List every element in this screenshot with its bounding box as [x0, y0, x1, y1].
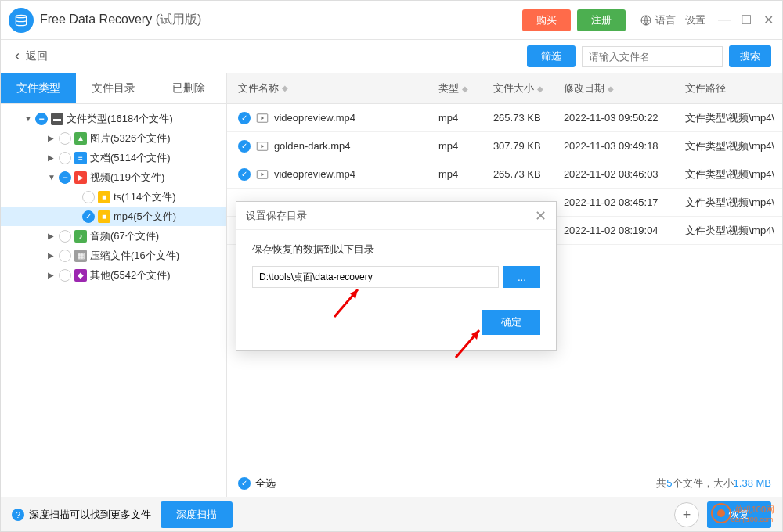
- chevron-down-icon[interactable]: ▼: [24, 114, 34, 123]
- col-path[interactable]: 文件路径: [685, 81, 782, 95]
- save-dir-dialog: 设置保存目录 ✕ 保存恢复的数据到以下目录 ... 确定: [236, 201, 557, 351]
- sort-icon: ◆: [282, 84, 288, 92]
- settings-button[interactable]: 设置: [685, 13, 705, 27]
- tree-check[interactable]: [59, 230, 71, 243]
- register-button[interactable]: 注册: [577, 9, 626, 31]
- video-file-icon: [255, 139, 269, 153]
- video-file-icon: [255, 111, 269, 125]
- search-input[interactable]: [582, 46, 723, 67]
- folder-icon: ■: [98, 191, 110, 203]
- status-bar: 全选 共5个文件，大小1.38 MB: [227, 469, 782, 497]
- maximize-icon[interactable]: ☐: [740, 13, 752, 27]
- folder-icon: ■: [98, 210, 110, 223]
- select-all-checkbox[interactable]: 全选: [238, 476, 276, 491]
- chevron-right-icon[interactable]: ▶: [48, 271, 57, 279]
- tree-check[interactable]: [59, 269, 71, 282]
- tree-node-other[interactable]: ▶◆其他(5542个文件): [1, 265, 226, 285]
- video-icon: ▶: [74, 171, 87, 184]
- deep-scan-button[interactable]: 深度扫描: [161, 501, 233, 528]
- chevron-right-icon[interactable]: ▶: [48, 232, 57, 240]
- close-icon[interactable]: ✕: [762, 13, 774, 27]
- table-header: 文件名称◆ 类型◆ 文件大小◆ 修改日期◆ 文件路径: [227, 73, 782, 104]
- col-date[interactable]: 修改日期◆: [564, 81, 685, 95]
- tree-node-pic[interactable]: ▶▲图片(5326个文件): [1, 128, 226, 148]
- back-button[interactable]: 返回: [12, 49, 48, 63]
- tree-check[interactable]: [82, 191, 95, 203]
- title-bar: Free Data Recovery (试用版) 购买 注册 语言 设置 — ☐…: [1, 1, 782, 40]
- browse-button[interactable]: ...: [503, 266, 540, 288]
- video-file-icon: [255, 167, 269, 182]
- buy-button[interactable]: 购买: [522, 9, 571, 31]
- audio-icon: ♪: [74, 230, 87, 243]
- table-row[interactable]: golden-dark.mp4mp4307.79 KB2022-11-03 09…: [227, 132, 782, 160]
- tree-check[interactable]: [59, 250, 71, 262]
- deep-scan-tip: 深度扫描可以找到更多文件: [29, 508, 151, 522]
- tree-check[interactable]: [59, 132, 71, 145]
- dialog-title: 设置保存目录: [246, 209, 307, 223]
- tab-file-type[interactable]: 文件类型: [1, 73, 76, 103]
- col-size[interactable]: 文件大小◆: [493, 81, 564, 95]
- col-type[interactable]: 类型◆: [438, 81, 493, 95]
- tree-node-video[interactable]: ▼▶视频(119个文件): [1, 167, 226, 187]
- app-logo-icon: [9, 8, 34, 33]
- table-row[interactable]: videopreview.mp4mp4265.73 KB2022-11-02 0…: [227, 160, 782, 189]
- disk-icon: ▬: [51, 113, 63, 125]
- tree-node-ts[interactable]: ■ts(114个文件): [1, 187, 226, 207]
- toolbar: 返回 筛选 搜索: [1, 40, 782, 73]
- archive-icon: ▦: [74, 250, 87, 262]
- minimize-icon[interactable]: —: [718, 13, 731, 27]
- tree-check[interactable]: [82, 210, 95, 223]
- tree-node-audio[interactable]: ▶♪音频(67个文件): [1, 226, 226, 246]
- bottom-bar: ? 深度扫描可以找到更多文件 深度扫描 + 恢复: [1, 497, 782, 532]
- tree-check[interactable]: [59, 171, 71, 184]
- row-check[interactable]: [238, 112, 251, 124]
- chevron-down-icon[interactable]: ▼: [48, 173, 57, 182]
- info-icon: ?: [12, 509, 24, 521]
- tree-node-root[interactable]: ▼▬文件类型(16184个文件): [1, 109, 226, 128]
- dialog-close-icon[interactable]: ✕: [535, 207, 547, 225]
- ok-button[interactable]: 确定: [482, 310, 540, 335]
- status-summary: 共5个文件，大小1.38 MB: [656, 476, 771, 491]
- search-button[interactable]: 搜索: [729, 45, 771, 67]
- filter-button[interactable]: 筛选: [527, 45, 576, 67]
- sort-icon: ◆: [608, 84, 614, 93]
- chevron-right-icon[interactable]: ▶: [48, 153, 57, 162]
- sidebar: 文件类型 文件目录 已删除 ▼▬文件类型(16184个文件) ▶▲图片(5326…: [1, 73, 227, 497]
- recover-button[interactable]: 恢复: [707, 501, 771, 528]
- document-icon: ≡: [74, 152, 87, 164]
- sort-icon: ◆: [462, 84, 468, 93]
- col-name[interactable]: 文件名称◆: [227, 81, 438, 95]
- sort-icon: ◆: [537, 84, 543, 93]
- tree-node-mp4[interactable]: ■mp4(5个文件): [1, 207, 226, 226]
- tab-file-dir[interactable]: 文件目录: [76, 73, 151, 103]
- image-icon: ▲: [74, 132, 87, 145]
- chevron-right-icon[interactable]: ▶: [48, 134, 57, 142]
- app-title: Free Data Recovery (试用版): [40, 12, 201, 28]
- row-check[interactable]: [238, 168, 251, 181]
- table-row[interactable]: videopreview.mp4mp4265.73 KB2022-11-03 0…: [227, 104, 782, 132]
- tab-deleted[interactable]: 已删除: [151, 73, 226, 103]
- other-icon: ◆: [74, 269, 87, 282]
- add-button[interactable]: +: [674, 502, 699, 527]
- tree-check[interactable]: [59, 152, 71, 164]
- row-check[interactable]: [238, 140, 251, 153]
- dialog-label: 保存恢复的数据到以下目录: [252, 243, 540, 257]
- tree-node-zip[interactable]: ▶▦压缩文件(16个文件): [1, 246, 226, 265]
- language-button[interactable]: 语言: [640, 13, 676, 27]
- tree-node-doc[interactable]: ▶≡文档(5114个文件): [1, 148, 226, 167]
- tree-check[interactable]: [35, 113, 48, 125]
- arrow-left-icon: [12, 51, 23, 62]
- save-path-input[interactable]: [252, 266, 499, 288]
- file-tree: ▼▬文件类型(16184个文件) ▶▲图片(5326个文件) ▶≡文档(5114…: [1, 104, 226, 289]
- chevron-right-icon[interactable]: ▶: [48, 251, 57, 260]
